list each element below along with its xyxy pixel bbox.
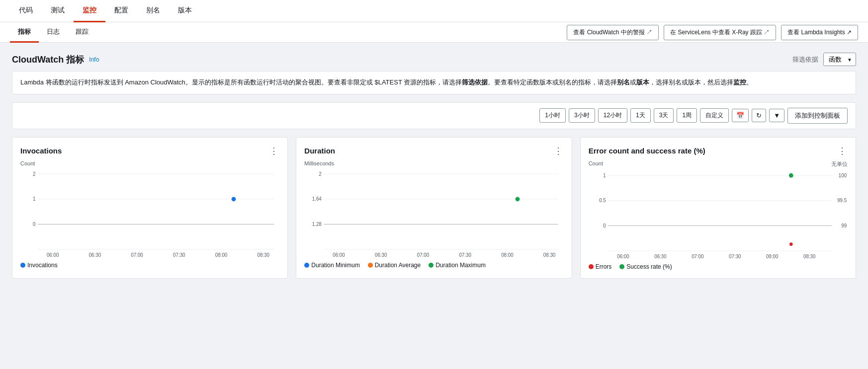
invocations-chart-header: Invocations ⋮ [20,146,279,156]
duration-avg-dot [368,263,373,268]
svg-text:2: 2 [33,171,36,176]
sub-nav: 指标 日志 跟踪 查看 CloudWatch 中的警报 ↗ 在 ServiceL… [0,22,868,43]
time-1d[interactable]: 1天 [630,108,651,123]
svg-text:08:30: 08:30 [258,252,270,257]
svg-text:08:30: 08:30 [543,252,556,257]
main-content: CloudWatch 指标 Info 筛选依据 函数 别名 版本 Lambda … [0,43,868,289]
cloudwatch-title: CloudWatch 指标 Info [12,54,99,66]
error-rate-chart-header: Error count and success rate (%) ⋮ [589,146,848,156]
svg-text:06:00: 06:00 [47,252,59,257]
charts-grid: Invocations ⋮ Count 2 1 0 06:00 06:3 [12,137,856,279]
error-rate-svg: 1 0.5 0 100 99.5 99 06:00 06:30 07:00 07… [589,170,848,259]
svg-text:08:00: 08:00 [215,252,228,257]
svg-text:06:00: 06:00 [333,252,346,257]
errors-dot [589,264,594,269]
lambda-insights-button[interactable]: 查看 Lambda Insights ↗ [781,25,858,40]
tab-version[interactable]: 版本 [169,0,201,22]
tab-alias[interactable]: 别名 [137,0,169,22]
duration-svg: 2 1.64 1.28 06:00 06:30 07:00 07:30 08:0… [304,168,563,258]
duration-min-dot [304,263,309,268]
invocations-title: Invocations [20,147,62,155]
svg-point-14 [232,197,236,201]
time-1h[interactable]: 1小时 [539,108,566,123]
svg-text:06:30: 06:30 [89,252,101,257]
duration-chart-header: Duration ⋮ [304,146,563,156]
tab-test[interactable]: 测试 [42,0,74,22]
tab-code[interactable]: 代码 [10,0,42,22]
error-rate-menu[interactable]: ⋮ [838,146,848,156]
duration-menu[interactable]: ⋮ [554,146,564,156]
time-1w[interactable]: 1周 [677,108,697,123]
svg-text:0: 0 [33,221,36,227]
add-dashboard-button[interactable]: 添加到控制面板 [787,108,848,124]
time-3h[interactable]: 3小时 [569,108,595,123]
filter-area: 筛选依据 函数 别名 版本 [792,53,856,66]
tab-trace[interactable]: 跟踪 [68,22,96,43]
error-rate-chart-area: 1 0.5 0 100 99.5 99 06:00 06:30 07:00 07… [589,170,848,259]
error-rate-chart: Error count and success rate (%) ⋮ Count… [580,137,856,279]
svg-text:1: 1 [603,172,606,178]
errors-label: Errors [596,263,612,270]
invocations-chart: Invocations ⋮ Count 2 1 0 06:00 06:3 [12,137,288,279]
invocations-legend-dot [20,263,25,268]
duration-max-label: Duration Maximum [435,262,486,269]
tab-metrics[interactable]: 指标 [10,22,39,43]
svg-text:1.64: 1.64 [312,196,322,202]
success-rate-label: Success rate (%) [626,263,672,270]
svg-point-48 [789,242,793,246]
filter-select[interactable]: 函数 别名 版本 [823,53,856,66]
top-nav: 代码 测试 监控 配置 别名 版本 [0,0,868,22]
time-custom[interactable]: 自定义 [700,108,729,123]
toolbar: 1小时 3小时 12小时 1天 3天 1周 自定义 📅 ↻ ▼ 添加到控制面板 [12,102,856,129]
duration-min-label: Duration Minimum [311,262,359,269]
calendar-icon-btn[interactable]: 📅 [732,109,749,122]
dropdown-button[interactable]: ▼ [769,109,784,122]
invocations-menu[interactable]: ⋮ [269,146,279,156]
svg-text:07:30: 07:30 [173,252,185,257]
cloudwatch-alarm-button[interactable]: 查看 CloudWatch 中的警报 ↗ [567,25,659,40]
svg-text:99.5: 99.5 [837,198,847,203]
svg-text:08:00: 08:00 [766,253,779,259]
time-12h[interactable]: 12小时 [598,108,627,123]
invocations-chart-area: 2 1 0 06:00 06:30 07:00 07:30 08:00 08:3… [20,168,279,258]
svg-text:06:30: 06:30 [654,253,667,259]
duration-subtitle: Milliseconds [304,160,563,166]
legend-duration-max: Duration Maximum [429,262,486,269]
svg-point-29 [516,197,520,201]
invocations-legend-label: Invocations [27,262,58,269]
tab-logs[interactable]: 日志 [39,22,68,43]
filter-select-wrapper: 函数 别名 版本 [823,53,856,66]
svg-text:07:00: 07:00 [692,253,704,259]
time-3d[interactable]: 3天 [654,108,674,123]
calendar-icon: 📅 [736,112,744,119]
invocations-svg: 2 1 0 06:00 06:30 07:00 07:30 08:00 08:3… [20,168,279,258]
svg-text:100: 100 [839,172,847,178]
servicelens-button[interactable]: 在 ServiceLens 中查看 X-Ray 跟踪 ↗ [664,25,776,40]
info-badge[interactable]: Info [89,56,99,63]
svg-text:07:30: 07:30 [459,252,472,257]
duration-title: Duration [304,147,335,155]
svg-text:07:00: 07:00 [417,252,430,257]
duration-avg-label: Duration Average [375,262,421,269]
duration-chart: Duration ⋮ Milliseconds 2 1.64 1.28 06:0… [296,137,572,279]
svg-text:07:00: 07:00 [131,252,143,257]
invocations-legend: Invocations [20,262,279,269]
duration-legend: Duration Minimum Duration Average Durati… [304,262,563,269]
tab-config[interactable]: 配置 [105,0,137,22]
description-text: Lambda 将函数的运行时指标发送到 Amazon CloudWatch。显示… [12,71,856,94]
cloudwatch-header: CloudWatch 指标 Info 筛选依据 函数 别名 版本 [12,53,856,66]
svg-text:08:00: 08:00 [501,252,514,257]
svg-point-47 [789,173,793,178]
tab-monitor[interactable]: 监控 [74,0,105,22]
svg-text:2: 2 [319,171,322,176]
legend-duration-min: Duration Minimum [304,262,359,269]
svg-text:07:30: 07:30 [729,253,741,259]
svg-text:08:30: 08:30 [803,253,816,259]
success-rate-dot [619,264,624,269]
legend-success-rate: Success rate (%) [619,263,672,270]
svg-text:99: 99 [841,223,847,228]
svg-text:06:00: 06:00 [617,253,629,259]
cloudwatch-title-text: CloudWatch 指标 [12,54,84,66]
refresh-button[interactable]: ↻ [752,109,766,122]
error-rate-legend: Errors Success rate (%) [589,263,848,270]
